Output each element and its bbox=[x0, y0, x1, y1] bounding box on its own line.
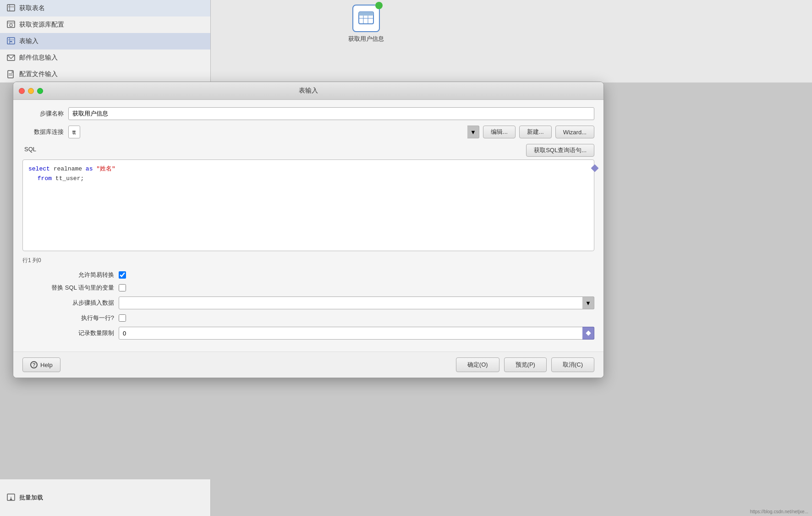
node-label: 获取用户信息 bbox=[348, 35, 384, 43]
insert-from-step-select-wrapper: ▼ bbox=[119, 296, 594, 309]
db-connection-label: 数据库连接 bbox=[22, 128, 64, 136]
get-sql-button[interactable]: 获取SQL查询语句... bbox=[526, 144, 594, 157]
sidebar-item-label: 获取表名 bbox=[19, 4, 45, 12]
sql-editor[interactable]: select realname as "姓名" from tt_user; bbox=[22, 159, 594, 251]
sql-identifier-table: tt_user; bbox=[55, 175, 84, 182]
execute-each-row-checkbox[interactable] bbox=[119, 314, 126, 322]
allow-simple-convert-row: 允许简易转换 bbox=[22, 271, 594, 279]
sidebar: 获取表名 获取资源库配置 表输入 bbox=[0, 0, 211, 82]
table-input-icon bbox=[6, 37, 16, 46]
record-limit-input[interactable] bbox=[119, 327, 594, 340]
replace-sql-vars-row: 替换 SQL 语句里的变量 bbox=[22, 284, 594, 292]
replace-sql-vars-label: 替换 SQL 语句里的变量 bbox=[22, 284, 114, 292]
window-controls bbox=[19, 88, 43, 94]
svg-rect-7 bbox=[7, 39, 15, 40]
sql-keyword-select: select bbox=[28, 165, 50, 172]
bottom-sidebar-label: 批量加载 bbox=[19, 494, 43, 502]
batch-load-icon bbox=[6, 493, 16, 502]
sidebar-item-get-table[interactable]: 获取表名 bbox=[0, 0, 210, 16]
record-limit-wrapper bbox=[119, 327, 594, 340]
mail-icon bbox=[6, 53, 16, 62]
dialog-body: 步骤名称 数据库连接 tt ▼ 编辑... 新建... Wizard... SQ… bbox=[13, 100, 604, 351]
sidebar-item-label: 表输入 bbox=[19, 37, 38, 45]
sidebar-item-file-input[interactable]: 配置文件输入 bbox=[0, 66, 210, 82]
db-select-arrow-icon: ▼ bbox=[467, 126, 479, 138]
db-connection-row: 数据库连接 tt ▼ 编辑... 新建... Wizard... bbox=[22, 126, 594, 138]
sql-label: SQL bbox=[22, 146, 36, 153]
minimize-button[interactable] bbox=[28, 88, 34, 94]
sidebar-item-mail-input[interactable]: 邮件信息输入 bbox=[0, 49, 210, 66]
footer-buttons: 确定(O) 预览(P) 取消(C) bbox=[456, 357, 594, 372]
sidebar-item-get-repo-config[interactable]: 获取资源库配置 bbox=[0, 16, 210, 33]
sql-diamond-decoration bbox=[590, 163, 600, 175]
sql-line-1: select realname as "姓名" bbox=[28, 165, 588, 174]
db-connection-select[interactable]: tt bbox=[68, 126, 80, 138]
svg-rect-0 bbox=[7, 5, 15, 11]
help-label: Help bbox=[40, 362, 53, 368]
maximize-button[interactable] bbox=[37, 88, 43, 94]
edit-button[interactable]: 编辑... bbox=[483, 126, 516, 138]
wizard-button[interactable]: Wizard... bbox=[555, 126, 594, 138]
step-name-input[interactable] bbox=[68, 107, 594, 120]
node-icon bbox=[352, 5, 380, 32]
replace-sql-vars-checkbox[interactable] bbox=[119, 284, 126, 291]
step-name-row: 步骤名称 bbox=[22, 107, 594, 120]
watermark: https://blog.csdn.net/netjxe... bbox=[750, 509, 808, 514]
svg-rect-19 bbox=[591, 165, 599, 172]
status-bar: 行1 列0 bbox=[22, 255, 594, 266]
sidebar-item-table-input[interactable]: 表输入 bbox=[0, 33, 210, 49]
record-limit-row: 记录数量限制 bbox=[22, 327, 594, 340]
svg-point-5 bbox=[10, 24, 12, 27]
sidebar-item-label: 获取资源库配置 bbox=[19, 21, 64, 29]
allow-simple-convert-label: 允许简易转换 bbox=[22, 271, 114, 279]
bottom-sidebar: 批量加载 bbox=[0, 479, 211, 516]
close-button[interactable] bbox=[19, 88, 25, 94]
sidebar-item-label: 邮件信息输入 bbox=[19, 54, 58, 62]
record-limit-label: 记录数量限制 bbox=[22, 329, 114, 337]
insert-from-step-label: 从步骤插入数据 bbox=[22, 299, 114, 307]
cancel-button[interactable]: 取消(C) bbox=[551, 357, 594, 372]
step-name-label: 步骤名称 bbox=[22, 110, 64, 118]
dialog-footer: ? Help 确定(O) 预览(P) 取消(C) bbox=[13, 351, 604, 378]
new-button[interactable]: 新建... bbox=[519, 126, 552, 138]
preview-button[interactable]: 预览(P) bbox=[504, 357, 547, 372]
insert-from-step-row: 从步骤插入数据 ▼ bbox=[22, 296, 594, 309]
sql-identifier-realname: realname bbox=[54, 165, 86, 172]
config-icon bbox=[6, 20, 16, 29]
sidebar-item-label: 配置文件输入 bbox=[19, 70, 58, 78]
sql-editor-container: select realname as "姓名" from tt_user; bbox=[22, 159, 594, 251]
svg-rect-15 bbox=[359, 12, 373, 16]
sql-keyword-as: as bbox=[86, 165, 93, 172]
sql-keyword-from: from bbox=[38, 175, 52, 182]
sql-line-2: from tt_user; bbox=[28, 174, 588, 184]
dialog-title: 表输入 bbox=[299, 87, 318, 95]
dialog-titlebar: 表输入 bbox=[13, 82, 604, 100]
file-icon bbox=[6, 70, 16, 79]
sql-string-alias: "姓名" bbox=[96, 165, 115, 172]
execute-each-row-row: 执行每一行? bbox=[22, 314, 594, 322]
db-select-container: tt ▼ bbox=[68, 126, 479, 138]
help-icon: ? bbox=[30, 361, 38, 368]
allow-simple-convert-checkbox[interactable] bbox=[119, 271, 126, 279]
help-button[interactable]: ? Help bbox=[22, 357, 60, 372]
db-select-wrapper: tt ▼ 编辑... 新建... Wizard... bbox=[68, 126, 594, 138]
ok-button[interactable]: 确定(O) bbox=[456, 357, 499, 372]
canvas-area: 获取用户信息 bbox=[211, 0, 812, 82]
table-icon bbox=[6, 4, 16, 13]
sql-section-header: SQL 获取SQL查询语句... bbox=[22, 144, 594, 157]
svg-rect-1 bbox=[7, 6, 15, 7]
execute-each-row-label: 执行每一行? bbox=[22, 314, 114, 322]
insert-from-step-select[interactable] bbox=[119, 296, 594, 309]
workflow-node[interactable]: 获取用户信息 bbox=[348, 5, 384, 43]
dialog: 表输入 步骤名称 数据库连接 tt ▼ 编辑... 新建... Wizard..… bbox=[13, 82, 604, 378]
